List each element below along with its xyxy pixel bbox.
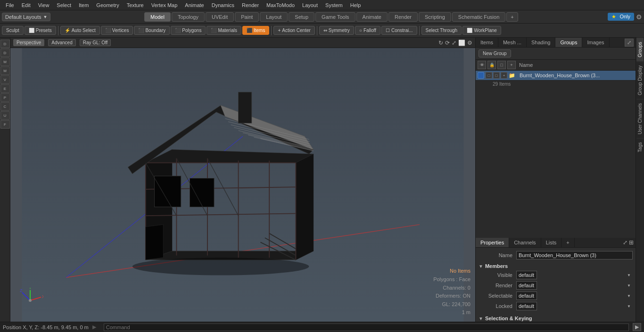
select-through-button[interactable]: Select Through bbox=[421, 26, 462, 35]
viewport-icon-rotate[interactable]: ↻ bbox=[438, 40, 443, 46]
name-input[interactable] bbox=[516, 251, 633, 259]
menu-texture[interactable]: Texture bbox=[123, 1, 148, 9]
menu-item[interactable]: Item bbox=[75, 1, 92, 9]
autoselect-button[interactable]: ⚡ Auto Select bbox=[60, 26, 100, 35]
sculpt-button[interactable]: Sculpt bbox=[2, 26, 24, 35]
vert-tab-tags[interactable]: Tags bbox=[636, 138, 644, 156]
rp-tab-groups[interactable]: Groups bbox=[555, 38, 582, 47]
sidebar-tool-10[interactable]: F bbox=[0, 120, 10, 129]
rp-tab-shading[interactable]: Shading bbox=[527, 38, 555, 47]
sidebar-tool-8[interactable]: C bbox=[0, 102, 10, 111]
group-icon-btn-1[interactable]: □ bbox=[486, 72, 492, 79]
menu-vertexmap[interactable]: Vertex Map bbox=[148, 1, 182, 9]
sidebar-tool-3[interactable]: M bbox=[0, 57, 10, 66]
falloff-button[interactable]: ○ Falloff bbox=[355, 26, 380, 35]
menu-edit[interactable]: Edit bbox=[18, 1, 34, 9]
group-icon-btn-3[interactable]: + bbox=[501, 72, 507, 79]
svg-text:X: X bbox=[42, 294, 43, 299]
viewport[interactable]: Perspective Advanced Ray GL: Off ↻ ⟳ ⤢ ⬜… bbox=[10, 38, 475, 322]
tab-topology[interactable]: Topology bbox=[172, 12, 205, 22]
groups-lock-button[interactable]: 🔒 bbox=[487, 61, 496, 69]
group-visible-toggle[interactable] bbox=[478, 72, 484, 79]
tab-render[interactable]: Render bbox=[388, 12, 418, 22]
tab-setup[interactable]: Setup bbox=[289, 12, 314, 22]
tab-gametools[interactable]: Game Tools bbox=[315, 12, 355, 22]
vert-tab-groups[interactable]: Groups bbox=[636, 38, 644, 61]
menu-view[interactable]: View bbox=[34, 1, 53, 9]
exec-button[interactable]: ▶ bbox=[633, 323, 641, 331]
action-center-button[interactable]: + Action Center bbox=[273, 26, 314, 35]
materials-button[interactable]: ⬛ Materials bbox=[206, 26, 241, 35]
sidebar-tool-1[interactable]: D bbox=[0, 40, 10, 48]
constraints-button[interactable]: ☐ Constrai... bbox=[381, 26, 417, 35]
menu-geometry[interactable]: Geometry bbox=[92, 1, 123, 9]
advanced-button[interactable]: Advanced bbox=[48, 39, 75, 46]
vertices-button[interactable]: ⬛ Vertices bbox=[101, 26, 133, 35]
tab-layout[interactable]: Layout bbox=[260, 12, 288, 22]
polygons-button[interactable]: ⬛ Polygons bbox=[171, 26, 206, 35]
menu-select[interactable]: Select bbox=[53, 1, 75, 9]
menu-render[interactable]: Render bbox=[238, 1, 263, 9]
sidebar-tool-2[interactable]: D bbox=[0, 49, 10, 57]
vert-tab-user-channels[interactable]: User Channels bbox=[636, 99, 644, 138]
menu-system[interactable]: System bbox=[322, 1, 347, 9]
viewport-icon-zoom[interactable]: ⤢ bbox=[452, 40, 456, 46]
render-select[interactable]: default on off bbox=[516, 281, 537, 290]
selectable-select[interactable]: default on off bbox=[516, 292, 537, 300]
group-icon-btn-2[interactable]: □ bbox=[493, 72, 500, 79]
tab-uvedit[interactable]: UVEdit bbox=[206, 12, 234, 22]
sidebar-tool-6[interactable]: E bbox=[0, 84, 10, 93]
menu-help[interactable]: Help bbox=[347, 1, 365, 9]
boundary-button[interactable]: ⬛ Boundary bbox=[134, 26, 170, 35]
viewport-icon-settings[interactable]: ⚙ bbox=[467, 40, 472, 46]
tab-schematic-fusion[interactable]: Schematic Fusion bbox=[452, 12, 505, 22]
groups-add-button[interactable]: + bbox=[507, 61, 516, 69]
add-tab[interactable]: + bbox=[561, 238, 574, 247]
menu-file[interactable]: File bbox=[2, 1, 18, 9]
lists-tab[interactable]: Lists bbox=[541, 238, 562, 247]
add-layout-tab-button[interactable]: + bbox=[506, 12, 518, 22]
sidebar-tool-5[interactable]: V bbox=[0, 75, 10, 84]
rp-tab-mesh[interactable]: Mesh ... bbox=[498, 38, 527, 47]
presets-button[interactable]: ⬜ Presets bbox=[25, 26, 56, 35]
sel-keying-header[interactable]: ▼ Selection & Keying bbox=[479, 315, 633, 322]
menu-layout[interactable]: Layout bbox=[298, 1, 322, 9]
vert-tab-group-display[interactable]: Group Display bbox=[636, 61, 644, 99]
workplane-button[interactable]: ⬜ WorkPlane bbox=[462, 26, 501, 35]
new-group-button[interactable]: New Group bbox=[479, 49, 511, 57]
groups-render-button[interactable]: □ bbox=[497, 61, 506, 69]
command-input[interactable] bbox=[104, 324, 629, 331]
menu-animate[interactable]: Animate bbox=[181, 1, 207, 9]
tab-scripting[interactable]: Scripting bbox=[419, 12, 451, 22]
symmetry-button[interactable]: ⇔ Symmetry bbox=[319, 26, 354, 35]
visible-select[interactable]: default on off bbox=[516, 271, 537, 279]
tab-animate[interactable]: Animate bbox=[356, 12, 388, 22]
sidebar-tool-9[interactable]: U bbox=[0, 111, 10, 120]
channels-tab[interactable]: Channels bbox=[509, 238, 541, 247]
items-button[interactable]: ⬛ Items bbox=[242, 26, 269, 35]
perspective-button[interactable]: Perspective bbox=[13, 39, 44, 46]
viewport-canvas[interactable]: No Items Polygons : Face Channels: 0 Def… bbox=[10, 48, 475, 322]
properties-expand-icon[interactable]: ⤢ bbox=[623, 239, 627, 246]
rp-tab-images[interactable]: Images bbox=[582, 38, 609, 47]
viewport-icon-refresh[interactable]: ⟳ bbox=[445, 40, 450, 46]
tab-model[interactable]: Model bbox=[144, 12, 171, 22]
sidebar-tool-4[interactable]: M bbox=[0, 66, 10, 75]
viewport-icon-expand[interactable]: ⬜ bbox=[458, 40, 465, 46]
groups-eye-button[interactable]: 👁 bbox=[478, 61, 486, 69]
raygl-button[interactable]: Ray GL: Off bbox=[80, 39, 111, 46]
sidebar-tool-7[interactable]: P bbox=[0, 93, 10, 102]
properties-detach-icon[interactable]: ⊞ bbox=[629, 239, 634, 246]
locked-select[interactable]: default on off bbox=[516, 302, 537, 310]
rp-expand-button[interactable]: ⤢ bbox=[625, 39, 634, 47]
rp-tab-items[interactable]: Items bbox=[476, 38, 498, 47]
menu-maxtomodo[interactable]: MaxToModo bbox=[263, 1, 298, 9]
tab-paint[interactable]: Paint bbox=[235, 12, 259, 22]
properties-tab[interactable]: Properties bbox=[476, 238, 509, 247]
settings-icon[interactable]: ⚙ bbox=[636, 13, 642, 21]
group-row[interactable]: □ □ + 📁 Burnt_Wooden_House_Brown (3... bbox=[476, 71, 636, 81]
only-badge[interactable]: ★ Only bbox=[608, 13, 634, 21]
menu-dynamics[interactable]: Dynamics bbox=[208, 1, 238, 9]
members-header[interactable]: ▼ Members bbox=[479, 262, 633, 270]
layout-dropdown[interactable]: Default Layouts ▼ bbox=[2, 13, 50, 21]
